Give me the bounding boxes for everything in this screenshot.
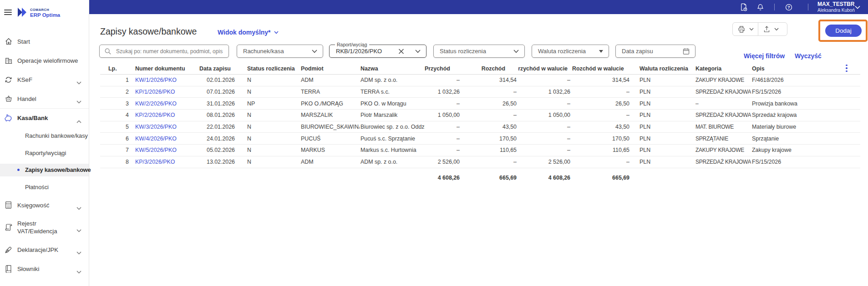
sidebar-item-deklaracje-jpk[interactable]: Deklaracje/JPK: [0, 240, 89, 259]
cell-rozchod: –: [462, 110, 518, 121]
sidebar-item-ksiegowosc[interactable]: Księgowość: [0, 196, 89, 215]
more-filters-link[interactable]: Więcej filtrów: [744, 52, 785, 60]
book-icon: [4, 265, 13, 273]
table-row[interactable]: 8KP/3/2026/PKO13.02.2026NADMADM sp. z o.…: [100, 156, 860, 168]
cell-opis: Sprzedaż krajowa: [751, 110, 860, 121]
cell-kategoria: SPRZEDAŻ KRAJOWA: [690, 86, 751, 98]
cell-podmiot: PUCUŚ: [296, 133, 360, 145]
sidebar-item-slowniki[interactable]: Słowniki: [0, 259, 89, 278]
export-options-chevron-icon[interactable]: [774, 28, 779, 31]
cell-data-zapisu: 02.01.2026: [199, 75, 239, 86]
cell-rozchod: 26,50: [462, 98, 518, 110]
cell-nazwa: Pucuś s.c. Sprzątanie: [360, 133, 425, 145]
cell-przychod-w-walucie: –: [518, 145, 572, 156]
scroll-icon: [4, 223, 13, 232]
cell-numer-dokumentu[interactable]: KW/4/2026/PKO: [132, 133, 199, 145]
status-filter-dropdown[interactable]: Status rozliczenia: [433, 45, 525, 58]
sidebar-item-rejestr-vat-ewidencja[interactable]: RejestrVAT/Ewidencja: [0, 215, 89, 240]
cell-rozchod-w-walucie: –: [572, 110, 631, 121]
menu-toggle-icon[interactable]: [4, 10, 12, 15]
cell-numer-dokumentu[interactable]: KW/2/2026/PKO: [132, 98, 199, 110]
sidebar-item-raporty-wyciagi[interactable]: Raporty/wyciągi: [0, 145, 89, 162]
view-selector[interactable]: Widok domyślny*: [218, 29, 279, 36]
user-menu-chevron-icon[interactable]: [855, 0, 860, 14]
document-clock-icon[interactable]: [739, 0, 748, 14]
chevron-up-icon: [76, 117, 81, 125]
report-filter-dropdown[interactable]: Raport/wyciąg RKB/1/2026/PKO: [329, 45, 426, 58]
cell-przychod-w-walucie: –: [518, 133, 572, 145]
cell-lp: 6: [100, 133, 132, 145]
column-header-opis[interactable]: Opis: [751, 63, 860, 75]
currency-filter-dropdown[interactable]: Waluta rozliczenia: [532, 45, 609, 58]
column-header-przychod[interactable]: Przychód: [425, 63, 462, 75]
cell-kategoria: SPRZEDAŻ KRAJOWA: [690, 156, 751, 168]
column-header-rozchod-w-walucie[interactable]: Rozchód w walucie: [572, 63, 631, 75]
cell-waluta-rozliczenia: PLN: [631, 121, 690, 133]
export-icon[interactable]: [763, 25, 771, 33]
cell-numer-dokumentu[interactable]: KP/1/2026/PKO: [132, 86, 199, 98]
summary-row: 4 608,26665,694 608,26665,69: [100, 168, 860, 188]
search-input[interactable]: Szukaj po: numer dokumentu, podmiot, opi…: [99, 45, 229, 58]
account-filter-dropdown[interactable]: Rachunek/kasa: [237, 45, 323, 58]
table-row[interactable]: 4KP/2/2026/PKO08.01.2026NMARSZALIKPiotr …: [100, 110, 860, 121]
table-row[interactable]: 2KP/1/2026/PKO07.01.2026NTERRATERRA s.c.…: [100, 86, 860, 98]
column-header-podmiot[interactable]: Podmiot: [296, 63, 360, 75]
cell-opis: FS/15/2026: [751, 86, 860, 98]
cell-numer-dokumentu[interactable]: KP/3/2026/PKO: [132, 156, 199, 168]
cell-lp: 4: [100, 110, 132, 121]
column-options-icon[interactable]: [844, 65, 849, 72]
column-header-data-zapisu[interactable]: Data zapisu: [199, 63, 239, 75]
cell-data-zapisu: 08.01.2026: [199, 110, 239, 121]
date-filter-input[interactable]: Data zapisu: [615, 45, 695, 58]
sidebar-item-start[interactable]: Start: [0, 32, 89, 51]
cell-numer-dokumentu[interactable]: KW/3/2026/PKO: [132, 121, 199, 133]
cell-opis: FS/15/2026: [751, 156, 860, 168]
table-row[interactable]: 7KW/5/2026/PKO05.02.2026NMARKUSMarkus s.…: [100, 145, 860, 156]
print-icon[interactable]: [737, 25, 746, 33]
column-header-numer-dokumentu[interactable]: Numer dokumentu: [132, 63, 199, 75]
cell-numer-dokumentu[interactable]: KW/1/2026/PKO: [132, 75, 199, 86]
cell-nazwa: Piotr Marszalik: [360, 110, 425, 121]
cell-kategoria: ZAKUPY KRAJOWE: [690, 145, 751, 156]
column-header-waluta-rozliczenia[interactable]: Waluta rozliczenia: [631, 63, 690, 75]
table-row[interactable]: 1KW/1/2026/PKO02.01.2026NADMADM sp. z o.…: [100, 75, 860, 86]
cell-numer-dokumentu[interactable]: KP/2/2026/PKO: [132, 110, 199, 121]
print-options-chevron-icon[interactable]: [749, 28, 754, 31]
table-row[interactable]: 6KW/4/2026/PKO24.01.2026NPUCUŚPucuś s.c.…: [100, 133, 860, 145]
cell-przychod: –: [425, 145, 462, 156]
cell-rozchod-w-walucie: 43,50: [572, 121, 631, 133]
sidebar-item-zapisy-kasowe-bankowe[interactable]: Zapisy kasowe/bankowe: [0, 161, 89, 179]
help-icon[interactable]: ?: [785, 0, 793, 14]
cell-numer-dokumentu[interactable]: KW/5/2026/PKO: [132, 145, 199, 156]
cell-przychod: –: [425, 75, 462, 86]
clear-report-filter-icon[interactable]: [398, 48, 404, 54]
user-menu[interactable]: MAX_TESTBR Aleksandra Kuboń: [817, 1, 855, 13]
sidebar-item-ksef[interactable]: KSeF: [0, 70, 89, 89]
column-header-rozchod[interactable]: Rozchód: [462, 63, 518, 75]
clear-filters-link[interactable]: Wyczyść: [795, 52, 822, 60]
active-item-dot: [17, 169, 20, 171]
add-button[interactable]: Dodaj: [825, 25, 862, 37]
cell-przychod: –: [425, 133, 462, 145]
cell-podmiot: MARSZALIK: [296, 110, 360, 121]
basket-icon: [4, 95, 13, 103]
column-header-nazwa[interactable]: Nazwa: [360, 63, 425, 75]
chevron-down-icon: [274, 31, 279, 34]
cell-lp: 5: [100, 121, 132, 133]
column-header-kategoria[interactable]: Kategoria: [690, 63, 751, 75]
table-row[interactable]: 5KW/3/2026/PKO22.01.2026NBIUROWIEC_SKAWI…: [100, 121, 860, 133]
cell-lp: 3: [100, 98, 132, 110]
table-row[interactable]: 3KW/2/2026/PKO31.01.2026NPPKO O./MORĄGPK…: [100, 98, 860, 110]
column-header-status-rozliczenia[interactable]: Status rozliczenia: [239, 63, 296, 75]
summary-rozchod: 665,69: [462, 168, 518, 188]
entries-table: Lp.Numer dokumentuData zapisuStatus rozl…: [100, 63, 860, 188]
sidebar-item-operacje-wielofirmowe[interactable]: Operacje wielofirmowe: [0, 51, 89, 70]
sidebar-item-platnosci[interactable]: Płatności: [0, 179, 89, 196]
column-header-przychod-w-walucie[interactable]: Przychód w walucie: [518, 63, 572, 75]
column-header-lp[interactable]: Lp.: [100, 63, 132, 75]
cell-waluta-rozliczenia: PLN: [631, 75, 690, 86]
sidebar-item-handel[interactable]: Handel: [0, 89, 89, 108]
sidebar-item-kasa-bank[interactable]: Kasa/Bank: [0, 108, 89, 127]
notifications-bell-icon[interactable]: [756, 0, 764, 14]
sidebar-item-rachunki-bankowe-kasy[interactable]: Rachunki bankowe/kasy: [0, 127, 89, 145]
